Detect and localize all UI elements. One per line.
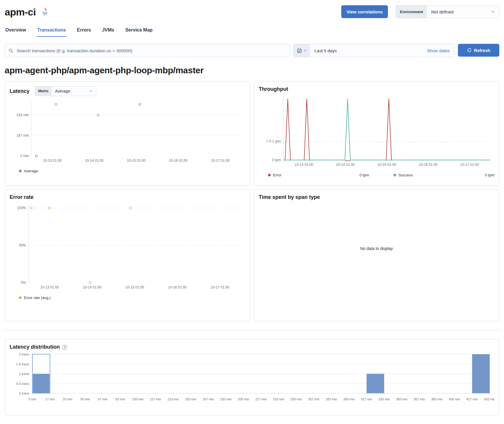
legend-label: Error rate (avg.) [24, 296, 51, 300]
svg-text:0 min: 0 min [29, 397, 36, 401]
svg-text:300 min: 300 min [343, 397, 355, 401]
svg-text:10-15 01:00: 10-15 01:00 [377, 163, 396, 167]
header: apm-ci View correlations Environment Not… [5, 5, 499, 18]
environment-label: Environment [396, 6, 427, 18]
svg-text:10-13 01:00: 10-13 01:00 [295, 163, 313, 167]
svg-text:1 trans.: 1 trans. [19, 372, 30, 376]
environment-control: Environment Not defined [396, 5, 499, 18]
throughput-panel: Throughput < 0.1 tpm0 tpm10-13 01:0010-1… [254, 81, 499, 186]
svg-text:317 min: 317 min [361, 397, 372, 401]
latency-panel: Latency Metric Average 333 min167 min0 m… [5, 81, 250, 186]
svg-text:0%: 0% [21, 281, 26, 285]
apm-service-page: apm-ci View correlations Environment Not… [0, 0, 504, 416]
latency-title: Latency [10, 88, 29, 94]
svg-text:100%: 100% [17, 206, 26, 210]
error-rate-title: Error rate [10, 194, 245, 200]
svg-text:233 min: 233 min [273, 397, 284, 401]
help-icon[interactable]: ? [62, 345, 67, 350]
svg-text:10-16 01:00: 10-16 01:00 [169, 159, 188, 163]
svg-text:433 min: 433 min [484, 397, 494, 401]
svg-text:350 min: 350 min [396, 397, 407, 401]
error-rate-chart[interactable]: 100%50%0%10-13 01:0010-14 01:0010-15 01:… [10, 202, 245, 291]
svg-text:0 tpm: 0 tpm [272, 158, 281, 162]
svg-text:10-16 01:00: 10-16 01:00 [168, 285, 187, 289]
legend-label: Success [398, 173, 413, 177]
error-rate-legend[interactable]: Error rate (avg.) [10, 296, 245, 300]
legend-value: 0 tpm [485, 173, 494, 177]
svg-text:10-17 01:00: 10-17 01:00 [211, 159, 230, 163]
svg-text:400 min: 400 min [449, 397, 460, 401]
service-title: apm-agent-php/apm-agent-php-loop-mbp/mas… [5, 65, 499, 75]
svg-text:17 min: 17 min [45, 397, 55, 401]
tab-transactions[interactable]: Transactions [36, 26, 66, 37]
svg-text:383 min: 383 min [431, 397, 443, 401]
svg-text:217 min: 217 min [255, 397, 267, 401]
tab-service-map[interactable]: Service Map [125, 26, 153, 37]
svg-text:183 min: 183 min [220, 397, 232, 401]
svg-text:10-13 01:00: 10-13 01:00 [40, 285, 59, 289]
view-correlations-button[interactable]: View correlations [341, 5, 388, 18]
svg-text:333 min: 333 min [379, 397, 390, 401]
date-picker: Last 5 days Show dates [293, 44, 454, 57]
svg-text:10-15 01:00: 10-15 01:00 [127, 159, 146, 163]
svg-text:33 min: 33 min [63, 397, 72, 401]
svg-text:283 min: 283 min [326, 397, 337, 401]
svg-text:0 min: 0 min [20, 154, 29, 158]
legend-item-success[interactable]: Success0 tpm [393, 173, 494, 177]
quick-select-button[interactable] [294, 44, 310, 57]
svg-text:100 min: 100 min [132, 397, 144, 401]
legend-value: 0 tpm [359, 173, 369, 177]
svg-text:10-17 01:00: 10-17 01:00 [460, 163, 479, 167]
environment-value: Not defined [431, 9, 454, 14]
tab-jvms[interactable]: JVMs [102, 26, 115, 37]
search-box [5, 44, 290, 57]
tab-overview[interactable]: Overview [5, 26, 27, 37]
svg-text:10-15 01:00: 10-15 01:00 [125, 285, 144, 289]
svg-text:2 trans.: 2 trans. [19, 352, 30, 356]
svg-text:150 min: 150 min [185, 397, 196, 401]
svg-text:10-17 01:00: 10-17 01:00 [211, 285, 229, 289]
svg-text:0.5 trans.: 0.5 trans. [16, 382, 30, 385]
svg-text:10-14 01:00: 10-14 01:00 [336, 163, 355, 167]
throughput-legend[interactable]: Error0 tpmSuccess0 tpm [259, 173, 494, 177]
span-type-title: Time spent by span type [259, 194, 494, 200]
legend-dot [19, 170, 22, 172]
svg-text:267 min: 267 min [308, 397, 319, 401]
svg-text:250 min: 250 min [290, 397, 302, 401]
page-title: apm-ci [5, 6, 36, 18]
error-rate-panel: Error rate 100%50%0%10-13 01:0010-14 01:… [5, 189, 250, 321]
svg-text:10-14 01:00: 10-14 01:00 [85, 159, 104, 163]
throughput-chart[interactable]: < 0.1 tpm0 tpm10-13 01:0010-14 01:0010-1… [259, 94, 494, 169]
no-data-message: No data to display [360, 246, 393, 251]
legend-item-error[interactable]: Error0 tpm [268, 173, 369, 177]
latency-legend[interactable]: Average [10, 169, 245, 173]
latency-distribution-panel: Latency distribution ? 2 trans.1.5 trans… [5, 339, 499, 416]
throughput-title: Throughput [259, 86, 494, 92]
tab-errors[interactable]: Errors [76, 26, 92, 37]
refresh-label: Refresh [474, 48, 490, 53]
metric-select[interactable]: Average [52, 86, 96, 96]
refresh-icon [467, 48, 472, 53]
calendar-icon [297, 48, 302, 53]
svg-text:83 min: 83 min [116, 397, 125, 401]
svg-text:50 min: 50 min [80, 397, 90, 401]
date-range-value[interactable]: Last 5 days [310, 44, 337, 57]
svg-text:50%: 50% [19, 243, 26, 247]
svg-text:10-13 01:00: 10-13 01:00 [43, 159, 62, 163]
latency-chart[interactable]: 333 min167 min0 min10-13 01:0010-14 01:0… [10, 98, 245, 165]
environment-select[interactable]: Not defined [427, 6, 499, 18]
legend-dot [268, 174, 271, 176]
latency-distribution-chart[interactable]: 2 trans.1.5 trans.1 trans.0.5 trans.0 tr… [10, 352, 494, 403]
refresh-button[interactable]: Refresh [458, 44, 499, 57]
svg-text:333 min: 333 min [16, 113, 29, 117]
legend-label: Average [24, 169, 38, 173]
toolbar: Last 5 days Show dates Refresh [5, 44, 499, 57]
svg-text:167 min: 167 min [16, 133, 29, 138]
show-dates-link[interactable]: Show dates [427, 44, 454, 57]
svg-text:133 min: 133 min [167, 397, 179, 401]
java-icon [41, 7, 49, 17]
divider [5, 330, 499, 330]
search-input[interactable] [5, 44, 290, 57]
svg-text:10-16 01:00: 10-16 01:00 [419, 163, 438, 167]
latency-distribution-title: Latency distribution [10, 344, 60, 350]
